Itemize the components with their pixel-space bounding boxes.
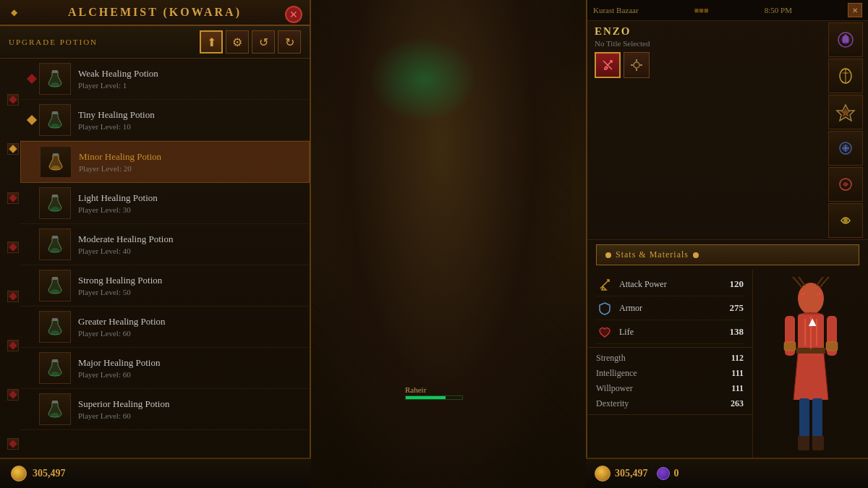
- potion-info: Superior Healing Potion Player Level: 60: [78, 398, 304, 420]
- item-slot-3[interactable]: [828, 95, 863, 129]
- side-decorations: [7, 94, 19, 488]
- potion-info: Weak Healing Potion Player Level: 1: [78, 68, 304, 90]
- potion-level: Player Level: 60: [78, 411, 304, 420]
- potion-name: Tiny Healing Potion: [78, 109, 304, 121]
- cauldron-glow: [369, 36, 477, 123]
- sec-stat-name: Strength: [596, 353, 626, 364]
- potion-item[interactable]: Tiny Healing Potion Player Level: 10: [20, 100, 310, 141]
- potion-name: Minor Healing Potion: [79, 151, 303, 163]
- secondary-stat-row: Intelligence 111: [596, 366, 744, 381]
- side-deco-5: [7, 291, 19, 302]
- armor-label: Armor: [619, 303, 730, 314]
- gold-coin-icon: [11, 466, 27, 481]
- potion-level: Player Level: 1: [78, 81, 304, 90]
- potion-name: Major Healing Potion: [78, 357, 304, 369]
- upgrade-label: UPGRADE POTION: [9, 38, 192, 46]
- item-slot-1[interactable]: [828, 22, 863, 57]
- potion-icon: [39, 104, 71, 136]
- equip-btn-gear[interactable]: [624, 52, 650, 78]
- svg-rect-39: [812, 436, 824, 450]
- svg-point-32: [843, 218, 848, 223]
- item-slot-2[interactable]: [828, 59, 863, 93]
- potion-info: Major Healing Potion Player Level: 60: [78, 357, 304, 379]
- upgrade-icon-up[interactable]: ⬆: [200, 30, 223, 53]
- close-right-panel[interactable]: ✕: [848, 3, 862, 17]
- potion-level: Player Level: 30: [78, 205, 304, 214]
- life-label: Life: [619, 327, 730, 338]
- svg-point-16: [51, 413, 59, 417]
- equip-btn-sword[interactable]: [595, 52, 621, 78]
- potion-level: Player Level: 50: [78, 288, 304, 296]
- potion-item[interactable]: Superior Healing Potion Player Level: 60: [20, 389, 310, 430]
- svg-point-12: [51, 330, 59, 335]
- left-panel: ◆ ALCHEMIST (KOWARA) ◆ ✕ UPGRADE POTION …: [0, 0, 311, 488]
- indicator: [26, 75, 38, 82]
- sec-stat-value: 111: [731, 383, 744, 394]
- life-value: 138: [730, 326, 744, 338]
- svg-rect-17: [52, 401, 58, 403]
- potion-name: Strong Healing Potion: [78, 275, 304, 286]
- upgrade-icon-refresh[interactable]: ↻: [278, 30, 301, 53]
- side-deco-4: [7, 241, 19, 253]
- potion-icon: [39, 228, 71, 260]
- equip-buttons: [595, 52, 821, 78]
- indicator: [26, 116, 38, 124]
- potion-level: Player Level: 20: [79, 164, 303, 173]
- potion-list: Weak Healing Potion Player Level: 1 Tiny…: [20, 59, 310, 431]
- stats-materials-button[interactable]: Stats & Materials: [596, 244, 859, 265]
- secondary-stat-row: Willpower 111: [596, 381, 744, 396]
- right-gold-amount: 305,497: [615, 468, 648, 479]
- svg-point-0: [51, 82, 59, 87]
- char-equip-area: ENZO No Title Selected: [587, 21, 868, 240]
- secondary-stats-container: Strength 112 Intelligence 111 Willpower …: [596, 351, 744, 411]
- close-button[interactable]: ✕: [285, 6, 302, 23]
- secondary-stat-row: Dexterity 263: [596, 396, 744, 411]
- potion-item[interactable]: Light Healing Potion Player Level: 30: [20, 183, 310, 224]
- potion-icon: [39, 187, 71, 219]
- right-panel: Kurast Bazaar ■■■ 8:50 PM ✕ ENZO No Titl…: [586, 0, 868, 488]
- svg-rect-38: [798, 436, 809, 450]
- potion-icon: [39, 311, 71, 343]
- attack-power-label: Attack Power: [619, 279, 730, 290]
- stat-attack-power: Attack Power 120: [596, 273, 744, 296]
- secondary-stats-section: Strength 112 Intelligence 111 Willpower …: [587, 348, 752, 415]
- primary-stats: Attack Power 120 Armor 275 Life 138: [587, 270, 752, 348]
- sec-stat-value: 111: [731, 368, 744, 379]
- potion-info: Greater Healing Potion Player Level: 60: [78, 316, 304, 338]
- svg-rect-11: [52, 277, 58, 280]
- item-slot-6[interactable]: [828, 203, 863, 238]
- char-title: No Title Selected: [595, 39, 821, 48]
- stat-armor: Armor 275: [596, 296, 744, 320]
- sec-stat-name: Willpower: [596, 383, 633, 394]
- potion-icon: [39, 270, 71, 301]
- potion-item[interactable]: Moderate Healing Potion Player Level: 40: [20, 224, 310, 265]
- svg-point-4: [51, 166, 60, 170]
- svg-rect-37: [812, 398, 822, 442]
- stats-materials-label: Stats & Materials: [616, 249, 689, 260]
- potion-name: Greater Healing Potion: [78, 316, 304, 328]
- sec-stat-value: 263: [731, 398, 744, 409]
- npc-label: Raheir: [405, 385, 463, 401]
- secondary-stat-row: Strength 112: [596, 351, 744, 366]
- svg-point-2: [51, 124, 59, 128]
- stat-life: Life 138: [596, 320, 744, 344]
- svg-rect-20: [636, 69, 637, 71]
- potion-name: Light Healing Potion: [78, 192, 304, 204]
- potion-item[interactable]: Weak Healing Potion Player Level: 1: [20, 59, 310, 100]
- item-slot-5[interactable]: [828, 167, 863, 202]
- char-info: ENZO No Title Selected: [587, 21, 828, 239]
- upgrade-icon-hammer[interactable]: ⚙: [226, 30, 249, 53]
- potion-item[interactable]: Major Healing Potion Player Level: 60: [20, 348, 310, 389]
- upgrade-icons: ⬆ ⚙ ↺ ↻: [200, 30, 301, 53]
- potion-item[interactable]: Minor Healing Potion Player Level: 20: [20, 141, 310, 183]
- gold-amount: 305,497: [33, 468, 66, 479]
- upgrade-icon-arrows[interactable]: ↺: [252, 30, 275, 53]
- svg-rect-43: [826, 342, 838, 351]
- attack-power-value: 120: [730, 278, 744, 290]
- potion-info: Tiny Healing Potion Player Level: 10: [78, 109, 304, 131]
- potion-item[interactable]: Strong Healing Potion Player Level: 50: [20, 265, 310, 307]
- svg-rect-3: [52, 111, 58, 114]
- svg-rect-5: [53, 153, 59, 156]
- potion-item[interactable]: Greater Healing Potion Player Level: 60: [20, 307, 310, 348]
- item-slot-4[interactable]: [828, 131, 863, 166]
